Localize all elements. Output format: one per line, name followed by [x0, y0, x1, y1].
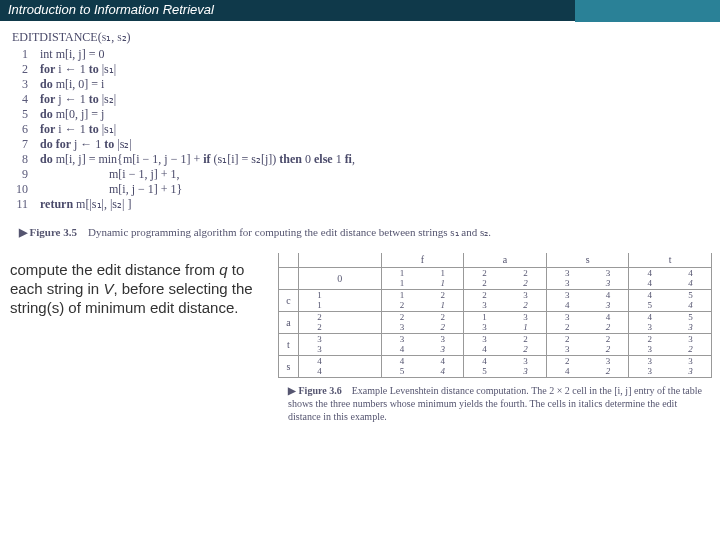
table-cell: 33 [299, 333, 382, 355]
code-text: do for j ← 1 to |s₂| [40, 137, 132, 152]
column-header: f [381, 253, 464, 267]
figure-3-5-text: Dynamic programming algorithm for comput… [88, 226, 491, 238]
table-cell: 1221 [381, 289, 464, 311]
table-cell: 1331 [464, 311, 547, 333]
line-number: 7 [12, 137, 40, 152]
table-cell: 2222 [464, 267, 547, 289]
levenshtein-table: fast01111222233334444c111221233234434554… [278, 253, 712, 378]
line-number: 5 [12, 107, 40, 122]
line-number: 11 [12, 197, 40, 212]
table-cell: 44 [299, 355, 382, 377]
row-header: c [279, 289, 299, 311]
table-cell: 4353 [464, 355, 547, 377]
figure-3-5-label: ▶ Figure 3.5 [19, 226, 77, 238]
code-text: m[i − 1, j] + 1, [40, 167, 180, 182]
code-text: for j ← 1 to |s₂| [40, 92, 116, 107]
line-number: 8 [12, 152, 40, 167]
line-number: 1 [12, 47, 40, 62]
body-note: compute the edit distance from q to each… [8, 251, 278, 317]
table-cell: 2232 [546, 333, 629, 355]
table-cell: 4444 [629, 267, 712, 289]
table-cell: 2332 [629, 333, 712, 355]
table-cell: 11 [299, 289, 382, 311]
algorithm-line: 8do m[i, j] = min{m[i − 1, j − 1] + if (… [12, 152, 712, 167]
row-header: s [279, 355, 299, 377]
column-header: t [629, 253, 712, 267]
code-text: do m[0, j] = j [40, 107, 104, 122]
algorithm-line: 10 m[i, j − 1] + 1} [12, 182, 712, 197]
code-text: for i ← 1 to |s₁| [40, 122, 116, 137]
line-number: 3 [12, 77, 40, 92]
table-cell: 2342 [546, 355, 629, 377]
table-cell: 4533 [629, 311, 712, 333]
table-cell: 3343 [381, 333, 464, 355]
table-cell: 3333 [629, 355, 712, 377]
table-cell: 22 [299, 311, 382, 333]
table-cell: 3333 [546, 267, 629, 289]
algorithm-line: 5do m[0, j] = j [12, 107, 712, 122]
code-text: return m[|s₁|, |s₂| ] [40, 197, 131, 212]
column-header [299, 253, 382, 267]
algorithm-block: EDITDISTANCE(s₁, s₂) 1int m[i, j] = 02fo… [0, 22, 720, 216]
table-cell: 3422 [546, 311, 629, 333]
row-header: a [279, 311, 299, 333]
algorithm-line: 1int m[i, j] = 0 [12, 47, 712, 62]
code-text: do m[i, j] = min{m[i − 1, j − 1] + if (s… [40, 152, 355, 167]
table-cell: 4454 [381, 355, 464, 377]
column-header: s [546, 253, 629, 267]
figure-3-6-text: Example Levenshtein distance computation… [288, 385, 702, 422]
table-cell: 3242 [464, 333, 547, 355]
table-cell: 2332 [464, 289, 547, 311]
algorithm-line: 3do m[i, 0] = i [12, 77, 712, 92]
algorithm-line: 4for j ← 1 to |s₂| [12, 92, 712, 107]
title-bar: Introduction to Information Retrieval [0, 0, 720, 22]
row-header [279, 267, 299, 289]
line-number: 10 [12, 182, 40, 197]
column-header: a [464, 253, 547, 267]
code-text: for i ← 1 to |s₁| [40, 62, 116, 77]
algorithm-line: 9 m[i − 1, j] + 1, [12, 167, 712, 182]
title-accent [575, 0, 720, 22]
algorithm-line: 6for i ← 1 to |s₁| [12, 122, 712, 137]
code-text: int m[i, j] = 0 [40, 47, 104, 62]
row-header: t [279, 333, 299, 355]
figure-3-5-caption: ▶ Figure 3.5 Dynamic programming algorit… [0, 216, 720, 243]
figure-3-6-caption: ▶ Figure 3.6 Example Levenshtein distanc… [0, 378, 720, 427]
table-cell: 3443 [546, 289, 629, 311]
code-text: do m[i, 0] = i [40, 77, 104, 92]
line-number: 9 [12, 167, 40, 182]
column-header [279, 253, 299, 267]
line-number: 2 [12, 62, 40, 77]
algorithm-line: 11return m[|s₁|, |s₂| ] [12, 197, 712, 212]
table-cell: 4554 [629, 289, 712, 311]
code-text: m[i, j − 1] + 1} [40, 182, 182, 197]
algorithm-title: EDITDISTANCE(s₁, s₂) [12, 30, 712, 45]
line-number: 6 [12, 122, 40, 137]
algorithm-line: 7do for j ← 1 to |s₂| [12, 137, 712, 152]
table-cell: 1111 [381, 267, 464, 289]
levenshtein-table-wrap: fast01111222233334444c111221233234434554… [278, 251, 712, 378]
figure-3-6-label: ▶ Figure 3.6 [288, 385, 342, 396]
page-title: Introduction to Information Retrieval [0, 0, 575, 22]
line-number: 4 [12, 92, 40, 107]
algorithm-line: 2for i ← 1 to |s₁| [12, 62, 712, 77]
table-cell: 2232 [381, 311, 464, 333]
table-cell: 0 [299, 267, 382, 289]
